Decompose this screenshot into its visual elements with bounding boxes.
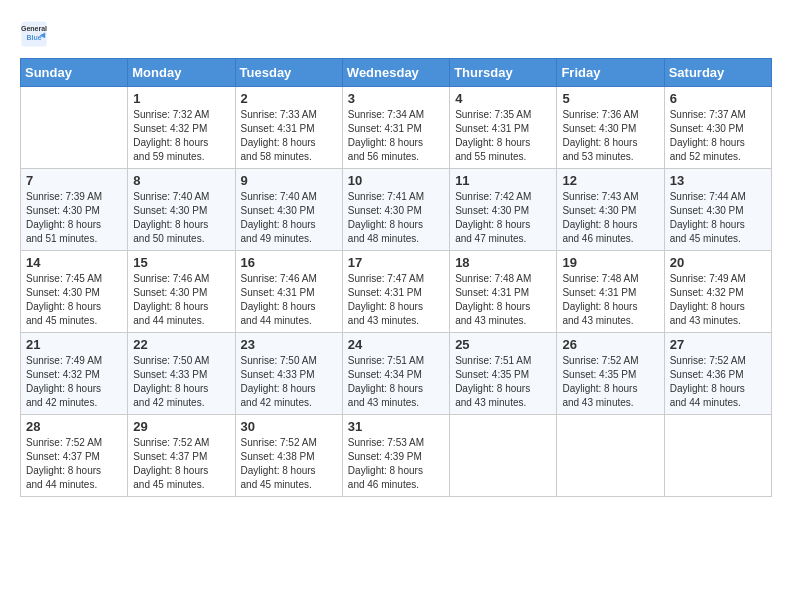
day-number: 16: [241, 255, 337, 270]
day-number: 11: [455, 173, 551, 188]
day-number: 17: [348, 255, 444, 270]
day-info: Sunrise: 7:48 AM Sunset: 4:31 PM Dayligh…: [562, 272, 658, 328]
day-number: 6: [670, 91, 766, 106]
day-info: Sunrise: 7:52 AM Sunset: 4:36 PM Dayligh…: [670, 354, 766, 410]
day-info: Sunrise: 7:43 AM Sunset: 4:30 PM Dayligh…: [562, 190, 658, 246]
day-number: 15: [133, 255, 229, 270]
day-number: 8: [133, 173, 229, 188]
calendar-cell: 1Sunrise: 7:32 AM Sunset: 4:32 PM Daylig…: [128, 87, 235, 169]
day-number: 29: [133, 419, 229, 434]
day-info: Sunrise: 7:44 AM Sunset: 4:30 PM Dayligh…: [670, 190, 766, 246]
day-info: Sunrise: 7:40 AM Sunset: 4:30 PM Dayligh…: [241, 190, 337, 246]
day-number: 26: [562, 337, 658, 352]
day-info: Sunrise: 7:42 AM Sunset: 4:30 PM Dayligh…: [455, 190, 551, 246]
calendar-cell: 14Sunrise: 7:45 AM Sunset: 4:30 PM Dayli…: [21, 251, 128, 333]
day-number: 30: [241, 419, 337, 434]
calendar-cell: 23Sunrise: 7:50 AM Sunset: 4:33 PM Dayli…: [235, 333, 342, 415]
day-info: Sunrise: 7:37 AM Sunset: 4:30 PM Dayligh…: [670, 108, 766, 164]
day-number: 9: [241, 173, 337, 188]
calendar-week-row: 7Sunrise: 7:39 AM Sunset: 4:30 PM Daylig…: [21, 169, 772, 251]
day-info: Sunrise: 7:49 AM Sunset: 4:32 PM Dayligh…: [26, 354, 122, 410]
day-info: Sunrise: 7:52 AM Sunset: 4:37 PM Dayligh…: [26, 436, 122, 492]
day-number: 10: [348, 173, 444, 188]
day-number: 25: [455, 337, 551, 352]
day-number: 22: [133, 337, 229, 352]
day-info: Sunrise: 7:52 AM Sunset: 4:38 PM Dayligh…: [241, 436, 337, 492]
day-number: 2: [241, 91, 337, 106]
day-info: Sunrise: 7:45 AM Sunset: 4:30 PM Dayligh…: [26, 272, 122, 328]
day-number: 13: [670, 173, 766, 188]
calendar-cell: 3Sunrise: 7:34 AM Sunset: 4:31 PM Daylig…: [342, 87, 449, 169]
day-info: Sunrise: 7:33 AM Sunset: 4:31 PM Dayligh…: [241, 108, 337, 164]
day-number: 1: [133, 91, 229, 106]
day-info: Sunrise: 7:41 AM Sunset: 4:30 PM Dayligh…: [348, 190, 444, 246]
calendar-cell: 2Sunrise: 7:33 AM Sunset: 4:31 PM Daylig…: [235, 87, 342, 169]
calendar-cell: 25Sunrise: 7:51 AM Sunset: 4:35 PM Dayli…: [450, 333, 557, 415]
logo: General Blue: [20, 20, 52, 48]
calendar-cell: 13Sunrise: 7:44 AM Sunset: 4:30 PM Dayli…: [664, 169, 771, 251]
weekday-header-sunday: Sunday: [21, 59, 128, 87]
day-info: Sunrise: 7:46 AM Sunset: 4:30 PM Dayligh…: [133, 272, 229, 328]
weekday-header-thursday: Thursday: [450, 59, 557, 87]
calendar-cell: 11Sunrise: 7:42 AM Sunset: 4:30 PM Dayli…: [450, 169, 557, 251]
day-info: Sunrise: 7:34 AM Sunset: 4:31 PM Dayligh…: [348, 108, 444, 164]
calendar-cell: 19Sunrise: 7:48 AM Sunset: 4:31 PM Dayli…: [557, 251, 664, 333]
calendar-cell: 24Sunrise: 7:51 AM Sunset: 4:34 PM Dayli…: [342, 333, 449, 415]
calendar-cell: 8Sunrise: 7:40 AM Sunset: 4:30 PM Daylig…: [128, 169, 235, 251]
calendar-cell: 20Sunrise: 7:49 AM Sunset: 4:32 PM Dayli…: [664, 251, 771, 333]
calendar-cell: [557, 415, 664, 497]
day-number: 3: [348, 91, 444, 106]
day-info: Sunrise: 7:36 AM Sunset: 4:30 PM Dayligh…: [562, 108, 658, 164]
calendar-cell: 15Sunrise: 7:46 AM Sunset: 4:30 PM Dayli…: [128, 251, 235, 333]
day-info: Sunrise: 7:40 AM Sunset: 4:30 PM Dayligh…: [133, 190, 229, 246]
day-info: Sunrise: 7:49 AM Sunset: 4:32 PM Dayligh…: [670, 272, 766, 328]
calendar-cell: 4Sunrise: 7:35 AM Sunset: 4:31 PM Daylig…: [450, 87, 557, 169]
weekday-header-friday: Friday: [557, 59, 664, 87]
weekday-header-wednesday: Wednesday: [342, 59, 449, 87]
calendar-cell: 29Sunrise: 7:52 AM Sunset: 4:37 PM Dayli…: [128, 415, 235, 497]
day-info: Sunrise: 7:51 AM Sunset: 4:34 PM Dayligh…: [348, 354, 444, 410]
weekday-header-row: SundayMondayTuesdayWednesdayThursdayFrid…: [21, 59, 772, 87]
day-info: Sunrise: 7:52 AM Sunset: 4:35 PM Dayligh…: [562, 354, 658, 410]
weekday-header-monday: Monday: [128, 59, 235, 87]
weekday-header-saturday: Saturday: [664, 59, 771, 87]
day-number: 19: [562, 255, 658, 270]
calendar-cell: 12Sunrise: 7:43 AM Sunset: 4:30 PM Dayli…: [557, 169, 664, 251]
day-number: 18: [455, 255, 551, 270]
day-number: 14: [26, 255, 122, 270]
day-number: 23: [241, 337, 337, 352]
calendar-week-row: 1Sunrise: 7:32 AM Sunset: 4:32 PM Daylig…: [21, 87, 772, 169]
calendar-week-row: 21Sunrise: 7:49 AM Sunset: 4:32 PM Dayli…: [21, 333, 772, 415]
calendar-cell: 7Sunrise: 7:39 AM Sunset: 4:30 PM Daylig…: [21, 169, 128, 251]
calendar-cell: 21Sunrise: 7:49 AM Sunset: 4:32 PM Dayli…: [21, 333, 128, 415]
day-number: 28: [26, 419, 122, 434]
calendar-cell: 9Sunrise: 7:40 AM Sunset: 4:30 PM Daylig…: [235, 169, 342, 251]
day-info: Sunrise: 7:39 AM Sunset: 4:30 PM Dayligh…: [26, 190, 122, 246]
day-number: 21: [26, 337, 122, 352]
day-info: Sunrise: 7:48 AM Sunset: 4:31 PM Dayligh…: [455, 272, 551, 328]
calendar-cell: 30Sunrise: 7:52 AM Sunset: 4:38 PM Dayli…: [235, 415, 342, 497]
day-info: Sunrise: 7:50 AM Sunset: 4:33 PM Dayligh…: [133, 354, 229, 410]
weekday-header-tuesday: Tuesday: [235, 59, 342, 87]
calendar-cell: 10Sunrise: 7:41 AM Sunset: 4:30 PM Dayli…: [342, 169, 449, 251]
day-info: Sunrise: 7:52 AM Sunset: 4:37 PM Dayligh…: [133, 436, 229, 492]
calendar-cell: 6Sunrise: 7:37 AM Sunset: 4:30 PM Daylig…: [664, 87, 771, 169]
calendar-cell: 28Sunrise: 7:52 AM Sunset: 4:37 PM Dayli…: [21, 415, 128, 497]
day-info: Sunrise: 7:53 AM Sunset: 4:39 PM Dayligh…: [348, 436, 444, 492]
calendar-cell: 5Sunrise: 7:36 AM Sunset: 4:30 PM Daylig…: [557, 87, 664, 169]
day-info: Sunrise: 7:50 AM Sunset: 4:33 PM Dayligh…: [241, 354, 337, 410]
calendar-cell: 18Sunrise: 7:48 AM Sunset: 4:31 PM Dayli…: [450, 251, 557, 333]
day-info: Sunrise: 7:47 AM Sunset: 4:31 PM Dayligh…: [348, 272, 444, 328]
day-number: 12: [562, 173, 658, 188]
day-number: 31: [348, 419, 444, 434]
calendar-cell: 31Sunrise: 7:53 AM Sunset: 4:39 PM Dayli…: [342, 415, 449, 497]
day-number: 24: [348, 337, 444, 352]
calendar-cell: 26Sunrise: 7:52 AM Sunset: 4:35 PM Dayli…: [557, 333, 664, 415]
logo-icon: General Blue: [20, 20, 48, 48]
calendar-cell: 17Sunrise: 7:47 AM Sunset: 4:31 PM Dayli…: [342, 251, 449, 333]
calendar-week-row: 28Sunrise: 7:52 AM Sunset: 4:37 PM Dayli…: [21, 415, 772, 497]
day-info: Sunrise: 7:51 AM Sunset: 4:35 PM Dayligh…: [455, 354, 551, 410]
calendar-week-row: 14Sunrise: 7:45 AM Sunset: 4:30 PM Dayli…: [21, 251, 772, 333]
svg-text:Blue: Blue: [26, 34, 41, 41]
page-header: General Blue: [20, 20, 772, 48]
